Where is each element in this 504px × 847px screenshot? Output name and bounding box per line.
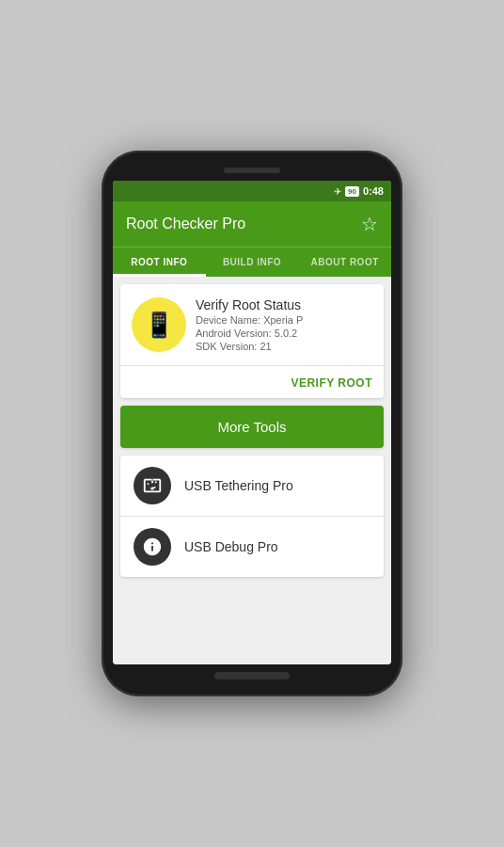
verify-section: 📱 Verify Root Status Device Name: Xperia… (120, 284, 384, 365)
home-button[interactable] (214, 672, 290, 679)
tab-root-info[interactable]: ROOT INFO (113, 248, 206, 277)
more-tools-button[interactable]: More Tools (120, 406, 384, 448)
usb-tethering-icon (134, 467, 171, 504)
phone-speaker (224, 168, 280, 173)
phone-frame: ✈ 90 0:48 Root Checker Pro ☆ ROOT INFO B… (102, 151, 402, 696)
phone-icon-wrapper: 📱 (132, 297, 186, 352)
usb-tethering-item[interactable]: USB Tethering Pro (120, 455, 384, 516)
verify-title: Verify Root Status (196, 297, 303, 312)
app-title: Root Checker Pro (126, 216, 245, 232)
tab-about-root[interactable]: ABOUT ROOT (298, 248, 391, 277)
status-time: 0:48 (363, 185, 384, 197)
usb-debug-label: USB Debug Pro (184, 539, 278, 554)
usb-tethering-label: USB Tethering Pro (184, 478, 293, 493)
app-bar: Root Checker Pro ☆ (113, 201, 391, 247)
verify-root-button[interactable]: VERIFY ROOT (291, 376, 372, 390)
status-bar: ✈ 90 0:48 (113, 181, 391, 201)
verify-root-card: 📱 Verify Root Status Device Name: Xperia… (120, 284, 384, 398)
usb-debug-icon (134, 528, 171, 566)
device-name: Device Name: Xperia P (196, 314, 303, 326)
tools-card: USB Tethering Pro USB Debug Pro (120, 455, 384, 577)
main-content: 📱 Verify Root Status Device Name: Xperia… (113, 277, 391, 664)
tab-build-info[interactable]: BUILD INFO (206, 248, 299, 277)
android-version: Android Version: 5.0.2 (196, 328, 303, 339)
debug-icon (142, 536, 163, 557)
device-icon: 📱 (144, 311, 174, 340)
usb-icon (142, 475, 163, 496)
phone-screen: ✈ 90 0:48 Root Checker Pro ☆ ROOT INFO B… (113, 181, 391, 664)
star-icon[interactable]: ☆ (361, 213, 378, 235)
verify-info: Verify Root Status Device Name: Xperia P… (196, 297, 303, 352)
sdk-version: SDK Version: 21 (196, 341, 303, 352)
verify-action: VERIFY ROOT (120, 365, 384, 398)
airplane-icon: ✈ (334, 186, 341, 197)
usb-debug-item[interactable]: USB Debug Pro (120, 516, 384, 577)
tab-bar: ROOT INFO BUILD INFO ABOUT ROOT (113, 247, 391, 277)
battery-level: 90 (345, 186, 359, 197)
